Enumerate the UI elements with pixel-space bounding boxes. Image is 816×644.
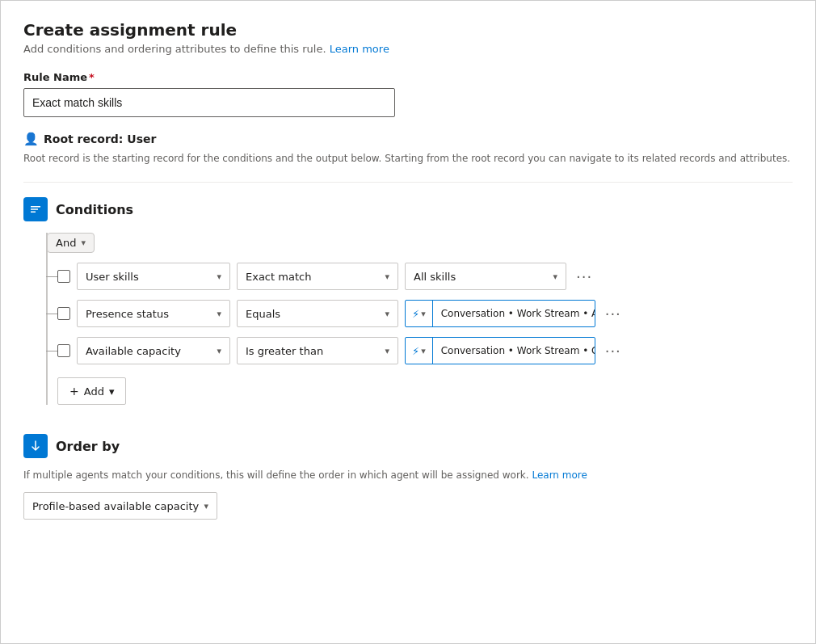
order-by-icon xyxy=(23,434,48,458)
condition-row-2: Presence status ▾ Equals ▾ ⚡ ▾ Conversat… xyxy=(57,300,793,327)
rule-name-input[interactable] xyxy=(23,88,395,117)
field-dropdown-2[interactable]: Presence status ▾ xyxy=(77,300,230,327)
user-icon: 👤 xyxy=(23,132,39,146)
field-dropdown-1[interactable]: User skills ▾ xyxy=(77,263,230,290)
dynamic-value-2: ⚡ ▾ Conversation • Work Stream • All... … xyxy=(405,300,595,327)
dynamic-value-3: ⚡ ▾ Conversation • Work Stream • Ca... ✏ xyxy=(405,337,595,364)
conditions-container: And ▾ User skills ▾ Exact match ▾ All sk… xyxy=(46,233,793,405)
condition-checkbox-3[interactable] xyxy=(57,344,70,357)
svg-rect-0 xyxy=(31,206,40,208)
condition-checkbox-1[interactable] xyxy=(57,270,70,283)
operator-chevron-icon-3: ▾ xyxy=(385,346,389,356)
conditions-section-header: Conditions xyxy=(23,197,793,221)
operator-chevron-icon-1: ▾ xyxy=(385,271,389,282)
field-chevron-icon-1: ▾ xyxy=(217,271,221,282)
more-options-3[interactable]: ··· xyxy=(602,341,625,361)
svg-rect-1 xyxy=(31,208,38,210)
order-by-title: Order by xyxy=(56,439,120,454)
condition-row-3: Available capacity ▾ Is greater than ▾ ⚡… xyxy=(57,337,793,364)
page-title: Create assignment rule xyxy=(23,20,793,40)
root-record-label: Root record: User xyxy=(44,133,156,145)
conditions-title: Conditions xyxy=(56,202,133,217)
rule-name-field: Rule Name* xyxy=(23,71,793,117)
field-chevron-icon-3: ▾ xyxy=(217,346,221,356)
lightning-icon-3: ⚡ xyxy=(412,345,419,357)
operator-dropdown-1[interactable]: Exact match ▾ xyxy=(237,263,398,290)
plus-icon: + xyxy=(69,385,79,398)
conditions-icon xyxy=(23,197,48,221)
divider-1 xyxy=(23,182,793,183)
order-by-header: Order by xyxy=(23,434,793,458)
order-by-learn-more-link[interactable]: Learn more xyxy=(532,469,587,481)
learn-more-link[interactable]: Learn more xyxy=(330,43,389,55)
value-chevron-icon-1: ▾ xyxy=(553,271,557,282)
rule-name-label: Rule Name* xyxy=(23,71,793,83)
order-by-section: Order by If multiple agents match your c… xyxy=(23,434,793,520)
page-subtitle: Add conditions and ordering attributes t… xyxy=(23,43,793,55)
operator-dropdown-3[interactable]: Is greater than ▾ xyxy=(237,337,398,364)
dynamic-chevron-icon-3: ▾ xyxy=(421,346,426,356)
order-by-description: If multiple agents match your conditions… xyxy=(23,469,793,481)
operator-dropdown-2[interactable]: Equals ▾ xyxy=(237,300,398,327)
value-dropdown-1[interactable]: All skills ▾ xyxy=(405,263,566,290)
and-chevron-icon: ▾ xyxy=(81,238,86,248)
root-record-header: 👤 Root record: User xyxy=(23,132,793,146)
condition-checkbox-2[interactable] xyxy=(57,307,70,320)
order-by-chevron-icon: ▾ xyxy=(204,501,208,511)
operator-chevron-icon-2: ▾ xyxy=(385,309,389,319)
field-chevron-icon-2: ▾ xyxy=(217,309,221,319)
order-by-dropdown[interactable]: Profile-based available capacity ▾ xyxy=(23,492,217,520)
more-options-2[interactable]: ··· xyxy=(602,304,625,324)
and-badge[interactable]: And ▾ xyxy=(47,233,95,253)
dynamic-chevron-icon-2: ▾ xyxy=(421,309,426,319)
lightning-icon-2: ⚡ xyxy=(412,308,419,320)
field-dropdown-3[interactable]: Available capacity ▾ xyxy=(77,337,230,364)
add-chevron-icon: ▾ xyxy=(109,385,115,398)
root-record-description: Root record is the starting record for t… xyxy=(23,151,791,166)
dynamic-icon-btn-3[interactable]: ⚡ ▾ xyxy=(406,338,433,364)
svg-rect-2 xyxy=(31,212,36,213)
conditions-block: And ▾ User skills ▾ Exact match ▾ All sk… xyxy=(23,233,793,405)
condition-row-1: User skills ▾ Exact match ▾ All skills ▾… xyxy=(57,263,793,290)
more-options-1[interactable]: ··· xyxy=(573,267,595,287)
dynamic-icon-btn-2[interactable]: ⚡ ▾ xyxy=(406,301,433,326)
add-condition-button[interactable]: + Add ▾ xyxy=(57,377,126,405)
